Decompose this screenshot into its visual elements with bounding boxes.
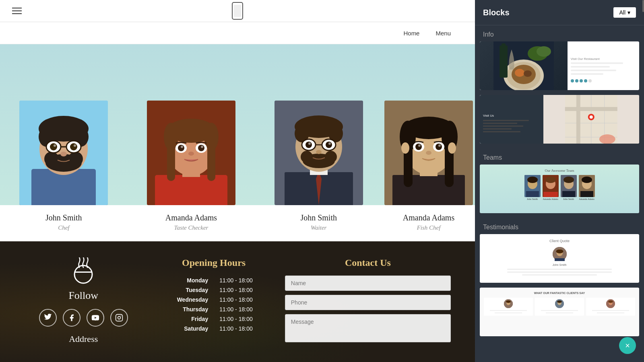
sidebar-section-teams: Teams: [475, 148, 644, 165]
svg-point-8: [44, 152, 59, 166]
team-info-2: Amanda Adams Taste Checker: [128, 205, 255, 241]
svg-rect-83: [500, 45, 508, 78]
team-photo-4: [384, 101, 473, 205]
hours-time-1: 11:00 - 18:00: [216, 285, 285, 295]
facebook-icon[interactable]: [63, 309, 80, 327]
svg-point-68: [436, 144, 442, 150]
hours-row-5: Saturday 11:00 - 18:00: [142, 324, 285, 333]
sidebar-testimonials-card-2[interactable]: WHAT OUR FANTASTIC CLIENTS SAY: [480, 288, 639, 336]
phone-screen: [234, 5, 241, 17]
svg-point-32: [201, 146, 203, 148]
hamburger-menu[interactable]: [12, 8, 22, 14]
team-info-3: John Smith Waiter: [255, 205, 382, 241]
svg-rect-94: [565, 107, 617, 111]
svg-rect-55: [392, 175, 465, 205]
svg-point-12: [50, 143, 57, 150]
team-section: John Smith Chef: [0, 44, 475, 241]
team-card-1[interactable]: John Smith Chef: [0, 44, 128, 241]
instagram-icon[interactable]: [110, 309, 128, 327]
opening-hours-title: Opening Hours: [182, 257, 246, 268]
svg-rect-114: [580, 191, 593, 197]
team-role-1: Chef: [4, 224, 124, 231]
svg-point-75: [118, 317, 120, 319]
hours-day-1: Tuesday: [142, 285, 216, 295]
footer-logo-icon: [69, 257, 97, 286]
hours-day-3: Thursday: [142, 304, 216, 314]
hours-row-0: Monday 11:00 - 18:00: [142, 276, 285, 285]
svg-point-51: [328, 142, 331, 145]
svg-rect-118: [555, 258, 565, 261]
svg-point-98: [599, 134, 615, 144]
contact-name-input[interactable]: [285, 276, 451, 291]
team-info-1: John Smith Chef: [0, 205, 128, 241]
sidebar-close-button[interactable]: ×: [619, 337, 636, 354]
nav-home[interactable]: Home: [403, 30, 419, 37]
svg-point-72: [74, 265, 92, 283]
sidebar-teams-preview: Our Awesome Team John Smith: [480, 165, 639, 213]
hours-time-3: 11:00 - 18:00: [216, 304, 285, 314]
svg-rect-73: [74, 272, 92, 273]
svg-rect-106: [543, 192, 558, 197]
svg-point-30: [198, 145, 204, 151]
footer-follow-col: Follow: [24, 257, 142, 344]
svg-point-81: [515, 69, 524, 77]
hours-day-5: Saturday: [142, 324, 216, 333]
sidebar-section-info: Info: [475, 25, 644, 41]
svg-point-29: [178, 145, 184, 151]
sidebar-testimonials-card-1[interactable]: Client Quote John Smith: [480, 234, 639, 283]
chevron-down-icon: ▾: [627, 9, 630, 16]
twitter-icon[interactable]: [39, 309, 57, 327]
contact-phone-input[interactable]: [285, 295, 451, 310]
footer-address-label: Address: [69, 334, 98, 344]
contact-title: Contact Us: [345, 257, 391, 268]
sidebar-info-card-2[interactable]: Visit Us: [480, 95, 639, 144]
team-name-3: John Smith: [259, 213, 378, 222]
svg-point-13: [70, 143, 77, 150]
sidebar-info-preview-2: Visit Us: [480, 95, 639, 144]
team-cards: John Smith Chef: [0, 44, 475, 241]
team-card-2[interactable]: Amanda Adams Taste Checker: [128, 44, 255, 241]
svg-point-9: [68, 152, 83, 166]
svg-point-63: [401, 142, 409, 154]
svg-point-50: [308, 142, 311, 145]
sidebar-filter-button[interactable]: All ▾: [613, 7, 636, 18]
hours-row-3: Thursday 11:00 - 18:00: [142, 304, 285, 314]
team-card-3[interactable]: John Smith Waiter: [255, 44, 382, 241]
sidebar-section-testimonials: Testimonials: [475, 218, 644, 234]
team-name-1: John Smith: [4, 213, 124, 222]
svg-point-86: [537, 46, 551, 57]
hours-row-4: Friday 11:00 - 18:00: [142, 314, 285, 324]
navbar: Home Menu: [0, 22, 475, 44]
team-info-4: Amanda Adams Fish Chef: [382, 205, 475, 241]
sidebar-info-card-1[interactable]: Visit Our Restaurant: [480, 41, 639, 90]
team-photo-1: [19, 101, 108, 205]
svg-point-121: [506, 300, 511, 303]
svg-point-67: [415, 144, 422, 150]
toolbar: [0, 0, 475, 22]
svg-rect-95: [576, 95, 580, 144]
sidebar-info-preview-1: Visit Our Restaurant: [480, 41, 639, 90]
contact-message-textarea[interactable]: [285, 314, 451, 342]
svg-point-124: [557, 300, 562, 303]
youtube-icon[interactable]: [87, 309, 104, 327]
svg-rect-110: [562, 191, 575, 197]
nav-menu[interactable]: Menu: [436, 30, 451, 37]
team-card-4[interactable]: Amanda Adams Fish Chef: [382, 44, 475, 241]
svg-rect-102: [526, 191, 539, 197]
hours-time-5: 11:00 - 18:00: [216, 324, 285, 333]
svg-point-82: [524, 70, 532, 77]
sidebar-header: Blocks All ▾: [475, 0, 644, 25]
filter-label: All: [619, 9, 625, 16]
phone-preview-icon[interactable]: [232, 2, 243, 20]
svg-point-45: [325, 151, 337, 163]
sidebar-teams-card[interactable]: Our Awesome Team John Smith: [480, 165, 639, 213]
team-role-3: Waiter: [259, 224, 378, 231]
svg-point-71: [426, 151, 431, 155]
footer-follow-label: Follow: [68, 290, 98, 302]
hours-day-2: Wednesday: [142, 295, 216, 304]
team-role-4: Fish Chef: [386, 224, 471, 231]
svg-point-109: [564, 177, 574, 183]
svg-point-53: [316, 150, 322, 154]
svg-point-76: [120, 316, 121, 317]
svg-point-117: [556, 249, 563, 253]
